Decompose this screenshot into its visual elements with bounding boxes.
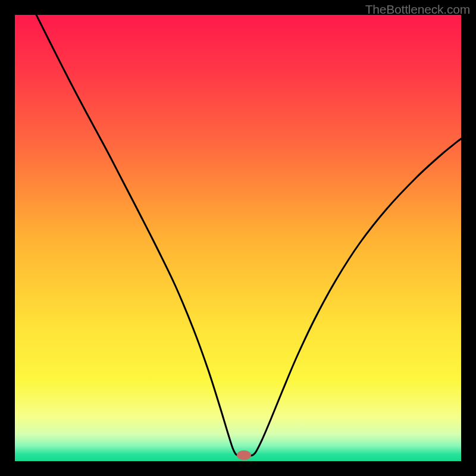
gradient-background: [15, 15, 461, 461]
chart-frame: TheBottleneck.com: [0, 0, 476, 476]
chart-plot-area: [15, 15, 461, 461]
watermark-text: TheBottleneck.com: [365, 2, 470, 17]
optimal-point-marker: [237, 450, 251, 460]
chart-svg: [15, 15, 461, 461]
